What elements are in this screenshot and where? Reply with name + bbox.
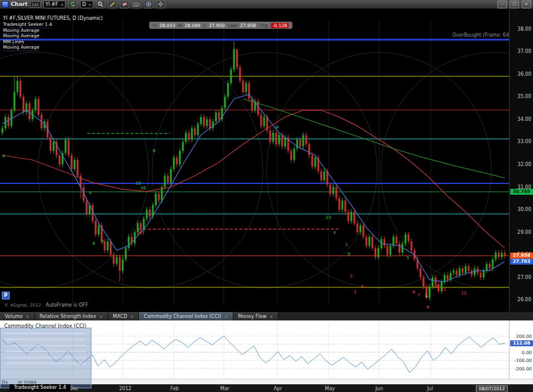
copyright-label: © eSignal, 2012: [4, 302, 41, 308]
svg-text:2: 2: [350, 274, 353, 278]
indicator-tab[interactable]: Commodity Channel Index (CCI)×: [139, 312, 233, 321]
svg-text:8: 8: [153, 149, 155, 153]
time-axis-label: Feb: [170, 386, 179, 391]
price-axis[interactable]: 38.0037.0036.0035.0034.0033.0032.0031.00…: [509, 9, 533, 311]
layout-badge[interactable]: 1X1: [30, 1, 41, 8]
pointer-tool-badge[interactable]: P: [2, 292, 10, 299]
time-axis-label: Apr: [274, 386, 282, 391]
last-label: Last: [227, 23, 237, 28]
svg-text:23: 23: [326, 215, 331, 220]
price-chart-area[interactable]: 984235669(R)H23419234567L8101112 YI #F,S…: [0, 9, 533, 311]
tab-label: MACD: [113, 314, 128, 319]
chart-window: Chart 1X1 YI #F ▾ D ▾ –: [0, 0, 533, 392]
price-axis-label: 26.00: [517, 297, 531, 302]
price-axis-label: 35.00: [517, 94, 531, 99]
svg-text:56: 56: [141, 186, 146, 191]
price-axis-badge: 27.703: [510, 259, 533, 265]
svg-text:3: 3: [354, 290, 356, 295]
tab-close-icon[interactable]: ×: [270, 314, 273, 319]
svg-text:23: 23: [136, 181, 141, 186]
svg-text:4: 4: [89, 191, 92, 195]
indicator-tab[interactable]: Volume×: [0, 312, 35, 321]
tab-close-icon[interactable]: ×: [26, 314, 29, 319]
svg-text:6: 6: [93, 241, 96, 246]
time-axis-label: Mar: [220, 386, 229, 391]
cci-axis-label: 0.00: [522, 350, 532, 355]
ghost-row: [5, 332, 86, 334]
price-axis-label: 27.00: [517, 275, 531, 280]
ohlc-strip: O 28.033 H 28.049 L 27.950 Last 27.958 C…: [149, 22, 292, 29]
tab-close-icon[interactable]: ×: [224, 314, 228, 319]
drag-ghost-overlay: [0, 328, 91, 388]
zoom-icon[interactable]: [96, 0, 105, 8]
low-value: 27.950: [209, 23, 224, 28]
cci-value-badge: 112.08: [510, 340, 533, 346]
pencil-icon[interactable]: [108, 0, 117, 8]
cci-axis-label: -200.00: [514, 366, 532, 372]
tab-close-icon[interactable]: ×: [130, 314, 134, 319]
restore-button[interactable]: □: [510, 1, 519, 8]
window-title: Chart: [11, 1, 28, 7]
refresh-icon[interactable]: [68, 0, 78, 8]
eraser-icon[interactable]: [120, 0, 129, 8]
keyboard-icon[interactable]: [132, 0, 141, 8]
cci-axis[interactable]: 200.00100.000.00-100.00-200.00112.08: [509, 320, 533, 379]
tab-label: Commodity Channel Index (CCI): [144, 314, 221, 319]
time-axis-label: May: [325, 386, 335, 391]
svg-text:9: 9: [348, 252, 350, 257]
close-button[interactable]: ×: [522, 1, 531, 8]
tab-label: Money Flow: [238, 314, 266, 319]
svg-text:10: 10: [433, 284, 438, 289]
symbol-combo[interactable]: YI #F ▾: [43, 1, 66, 8]
svg-text:L: L: [425, 293, 428, 298]
chevron-down-icon: ▾: [61, 2, 63, 7]
indicator-tabs-bar: Volume×Relative Strength Index×MACD×Comm…: [0, 311, 533, 321]
add-study-icon[interactable]: [144, 0, 153, 8]
high-label: H: [178, 23, 182, 28]
main-chart-canvas[interactable]: 984235669(R)H23419234567L8101112: [0, 9, 509, 311]
indicator-tab[interactable]: Money Flow×: [233, 312, 279, 321]
svg-text:4: 4: [333, 230, 336, 235]
svg-text:12: 12: [461, 291, 467, 296]
price-axis-label: 29.00: [517, 230, 531, 235]
price-axis-label: 30.00: [517, 207, 531, 212]
svg-text:1: 1: [345, 242, 348, 247]
ghost-row: [5, 357, 86, 358]
chevron-down-icon: ▾: [89, 2, 91, 7]
app-icon: [2, 1, 8, 8]
svg-text:11: 11: [441, 287, 446, 292]
titlebar: Chart 1X1 YI #F ▾ D ▾ –: [0, 0, 533, 9]
interval-combo[interactable]: D ▾: [80, 1, 93, 8]
chart-legend: YI #F,SILVER MINI FUTURES, D (Dynamic) T…: [3, 16, 103, 51]
low-label: L: [203, 23, 206, 28]
price-axis-label: 36.00: [517, 72, 531, 77]
minimize-button[interactable]: –: [498, 1, 507, 8]
open-label: O: [153, 23, 156, 28]
symbol-title: YI #F,SILVER MINI FUTURES, D (Dynamic): [3, 16, 103, 21]
tab-label: Relative Strength Index: [40, 314, 96, 319]
ghost-row: [5, 363, 86, 364]
price-axis-badge: 30.789: [510, 189, 533, 195]
svg-text:4: 4: [361, 284, 364, 289]
svg-text:5: 5: [407, 256, 409, 260]
high-value: 28.049: [185, 23, 200, 28]
ghost-row: [5, 345, 86, 346]
svg-text:6: 6: [413, 290, 416, 295]
time-axis-label: Jun: [375, 386, 383, 391]
study-label[interactable]: Moving Average: [3, 45, 39, 51]
svg-text:7: 7: [417, 293, 420, 298]
cursor-date-box: 08/07/2012: [476, 385, 508, 392]
price-axis-label: 34.00: [517, 117, 531, 122]
chg-value: -0.128: [271, 23, 289, 28]
indicator-tab[interactable]: MACD×: [108, 312, 140, 321]
tab-close-icon[interactable]: ×: [99, 314, 103, 319]
price-axis-label: 37.00: [517, 49, 531, 54]
svg-text:9: 9: [101, 239, 103, 244]
time-axis-label: 2012: [119, 386, 131, 391]
ghost-row: [5, 351, 86, 352]
indicator-tab[interactable]: Relative Strength Index×: [35, 312, 108, 321]
overbought-label: OverBought (Frame: 64: [452, 32, 509, 38]
settings-gear-icon[interactable]: [156, 0, 165, 8]
svg-text:H: H: [276, 125, 279, 130]
time-axis-label: Jul: [427, 386, 433, 391]
